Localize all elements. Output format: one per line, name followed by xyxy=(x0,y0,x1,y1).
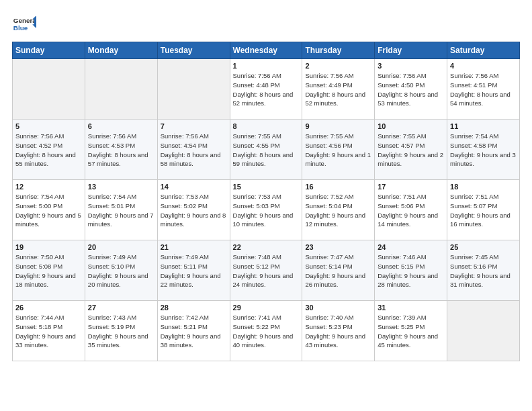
day-info: Sunrise: 7:46 AM Sunset: 5:15 PM Dayligh… xyxy=(378,253,444,289)
day-number: 14 xyxy=(161,183,227,191)
day-cell-6: 6Sunrise: 7:56 AM Sunset: 4:53 PM Daylig… xyxy=(85,120,157,180)
empty-cell xyxy=(157,59,230,120)
day-info: Sunrise: 7:49 AM Sunset: 5:11 PM Dayligh… xyxy=(161,253,227,289)
day-cell-16: 16Sunrise: 7:52 AM Sunset: 5:04 PM Dayli… xyxy=(302,180,375,240)
day-info: Sunrise: 7:56 AM Sunset: 4:52 PM Dayligh… xyxy=(15,132,82,169)
day-number: 25 xyxy=(450,243,517,251)
day-number: 3 xyxy=(378,62,444,70)
day-cell-10: 10Sunrise: 7:55 AM Sunset: 4:57 PM Dayli… xyxy=(375,120,447,180)
day-info: Sunrise: 7:56 AM Sunset: 4:51 PM Dayligh… xyxy=(450,71,517,108)
day-cell-2: 2Sunrise: 7:56 AM Sunset: 4:49 PM Daylig… xyxy=(302,59,375,120)
weekday-monday: Monday xyxy=(85,42,157,59)
day-number: 26 xyxy=(15,304,82,312)
day-cell-9: 9Sunrise: 7:55 AM Sunset: 4:56 PM Daylig… xyxy=(302,120,375,180)
day-cell-18: 18Sunrise: 7:51 AM Sunset: 5:07 PM Dayli… xyxy=(447,180,520,240)
weekday-friday: Friday xyxy=(375,42,447,59)
weekday-saturday: Saturday xyxy=(447,42,520,59)
day-number: 31 xyxy=(378,304,444,312)
day-cell-29: 29Sunrise: 7:41 AM Sunset: 5:22 PM Dayli… xyxy=(230,301,302,361)
day-number: 7 xyxy=(161,122,227,130)
day-info: Sunrise: 7:51 AM Sunset: 5:06 PM Dayligh… xyxy=(378,192,444,229)
day-info: Sunrise: 7:56 AM Sunset: 4:48 PM Dayligh… xyxy=(233,71,300,108)
week-row-3: 12Sunrise: 7:54 AM Sunset: 5:00 PM Dayli… xyxy=(13,180,520,240)
day-cell-5: 5Sunrise: 7:56 AM Sunset: 4:52 PM Daylig… xyxy=(13,120,85,180)
week-row-2: 5Sunrise: 7:56 AM Sunset: 4:52 PM Daylig… xyxy=(13,120,520,180)
day-number: 6 xyxy=(88,122,154,130)
calendar-table: SundayMondayTuesdayWednesdayThursdayFrid… xyxy=(12,42,520,361)
day-number: 18 xyxy=(450,183,517,191)
day-number: 16 xyxy=(305,183,371,191)
day-info: Sunrise: 7:49 AM Sunset: 5:10 PM Dayligh… xyxy=(88,253,154,289)
day-info: Sunrise: 7:43 AM Sunset: 5:19 PM Dayligh… xyxy=(88,313,154,350)
day-info: Sunrise: 7:47 AM Sunset: 5:14 PM Dayligh… xyxy=(305,253,371,289)
day-info: Sunrise: 7:55 AM Sunset: 4:55 PM Dayligh… xyxy=(233,132,300,169)
logo: General Blue xyxy=(12,12,39,36)
week-row-4: 19Sunrise: 7:50 AM Sunset: 5:08 PM Dayli… xyxy=(13,240,520,301)
day-info: Sunrise: 7:45 AM Sunset: 5:16 PM Dayligh… xyxy=(450,253,517,289)
day-number: 20 xyxy=(88,243,154,251)
day-number: 24 xyxy=(378,243,444,251)
day-cell-7: 7Sunrise: 7:56 AM Sunset: 4:54 PM Daylig… xyxy=(157,120,230,180)
day-number: 8 xyxy=(233,122,300,130)
svg-text:General: General xyxy=(13,17,36,24)
day-info: Sunrise: 7:53 AM Sunset: 5:03 PM Dayligh… xyxy=(233,192,300,229)
day-number: 27 xyxy=(88,304,154,312)
day-cell-25: 25Sunrise: 7:45 AM Sunset: 5:16 PM Dayli… xyxy=(447,240,520,301)
day-number: 30 xyxy=(305,304,371,312)
day-info: Sunrise: 7:56 AM Sunset: 4:49 PM Dayligh… xyxy=(305,71,371,108)
day-number: 29 xyxy=(233,304,300,312)
day-number: 13 xyxy=(88,183,154,191)
day-info: Sunrise: 7:56 AM Sunset: 4:53 PM Dayligh… xyxy=(88,132,154,169)
day-cell-21: 21Sunrise: 7:49 AM Sunset: 5:11 PM Dayli… xyxy=(157,240,230,301)
day-number: 17 xyxy=(378,183,444,191)
page: General Blue SundayMondayTuesdayWednesda… xyxy=(0,0,532,373)
day-number: 21 xyxy=(161,243,227,251)
day-info: Sunrise: 7:54 AM Sunset: 5:01 PM Dayligh… xyxy=(88,192,154,229)
day-number: 9 xyxy=(305,122,371,130)
day-number: 2 xyxy=(305,62,371,70)
day-cell-20: 20Sunrise: 7:49 AM Sunset: 5:10 PM Dayli… xyxy=(85,240,157,301)
day-number: 5 xyxy=(15,122,82,130)
empty-cell xyxy=(447,301,520,361)
day-info: Sunrise: 7:40 AM Sunset: 5:23 PM Dayligh… xyxy=(305,313,371,350)
week-row-5: 26Sunrise: 7:44 AM Sunset: 5:18 PM Dayli… xyxy=(13,301,520,361)
weekday-wednesday: Wednesday xyxy=(230,42,302,59)
day-cell-15: 15Sunrise: 7:53 AM Sunset: 5:03 PM Dayli… xyxy=(230,180,302,240)
day-cell-13: 13Sunrise: 7:54 AM Sunset: 5:01 PM Dayli… xyxy=(85,180,157,240)
day-number: 4 xyxy=(450,62,517,70)
day-cell-22: 22Sunrise: 7:48 AM Sunset: 5:12 PM Dayli… xyxy=(230,240,302,301)
day-cell-12: 12Sunrise: 7:54 AM Sunset: 5:00 PM Dayli… xyxy=(13,180,85,240)
day-info: Sunrise: 7:55 AM Sunset: 4:57 PM Dayligh… xyxy=(378,132,444,169)
day-number: 11 xyxy=(450,122,517,130)
day-info: Sunrise: 7:56 AM Sunset: 4:50 PM Dayligh… xyxy=(378,71,444,108)
day-number: 10 xyxy=(378,122,444,130)
day-info: Sunrise: 7:52 AM Sunset: 5:04 PM Dayligh… xyxy=(305,192,371,229)
day-info: Sunrise: 7:41 AM Sunset: 5:22 PM Dayligh… xyxy=(233,313,300,350)
empty-cell xyxy=(13,59,85,120)
day-cell-4: 4Sunrise: 7:56 AM Sunset: 4:51 PM Daylig… xyxy=(447,59,520,120)
day-cell-24: 24Sunrise: 7:46 AM Sunset: 5:15 PM Dayli… xyxy=(375,240,447,301)
weekday-sunday: Sunday xyxy=(13,42,85,59)
day-cell-3: 3Sunrise: 7:56 AM Sunset: 4:50 PM Daylig… xyxy=(375,59,447,120)
day-cell-11: 11Sunrise: 7:54 AM Sunset: 4:58 PM Dayli… xyxy=(447,120,520,180)
day-info: Sunrise: 7:48 AM Sunset: 5:12 PM Dayligh… xyxy=(233,253,300,289)
day-cell-26: 26Sunrise: 7:44 AM Sunset: 5:18 PM Dayli… xyxy=(13,301,85,361)
empty-cell xyxy=(85,59,157,120)
day-cell-27: 27Sunrise: 7:43 AM Sunset: 5:19 PM Dayli… xyxy=(85,301,157,361)
weekday-header-row: SundayMondayTuesdayWednesdayThursdayFrid… xyxy=(13,42,520,59)
day-cell-8: 8Sunrise: 7:55 AM Sunset: 4:55 PM Daylig… xyxy=(230,120,302,180)
day-info: Sunrise: 7:54 AM Sunset: 4:58 PM Dayligh… xyxy=(450,132,517,169)
day-number: 19 xyxy=(15,243,82,251)
day-info: Sunrise: 7:53 AM Sunset: 5:02 PM Dayligh… xyxy=(161,192,227,229)
day-info: Sunrise: 7:51 AM Sunset: 5:07 PM Dayligh… xyxy=(450,192,517,229)
day-cell-17: 17Sunrise: 7:51 AM Sunset: 5:06 PM Dayli… xyxy=(375,180,447,240)
day-info: Sunrise: 7:54 AM Sunset: 5:00 PM Dayligh… xyxy=(15,192,82,229)
day-info: Sunrise: 7:56 AM Sunset: 4:54 PM Dayligh… xyxy=(161,132,227,169)
day-cell-1: 1Sunrise: 7:56 AM Sunset: 4:48 PM Daylig… xyxy=(230,59,302,120)
day-number: 23 xyxy=(305,243,371,251)
weekday-tuesday: Tuesday xyxy=(157,42,230,59)
svg-text:Blue: Blue xyxy=(13,24,28,32)
day-info: Sunrise: 7:55 AM Sunset: 4:56 PM Dayligh… xyxy=(305,132,371,169)
day-cell-14: 14Sunrise: 7:53 AM Sunset: 5:02 PM Dayli… xyxy=(157,180,230,240)
day-number: 28 xyxy=(161,304,227,312)
